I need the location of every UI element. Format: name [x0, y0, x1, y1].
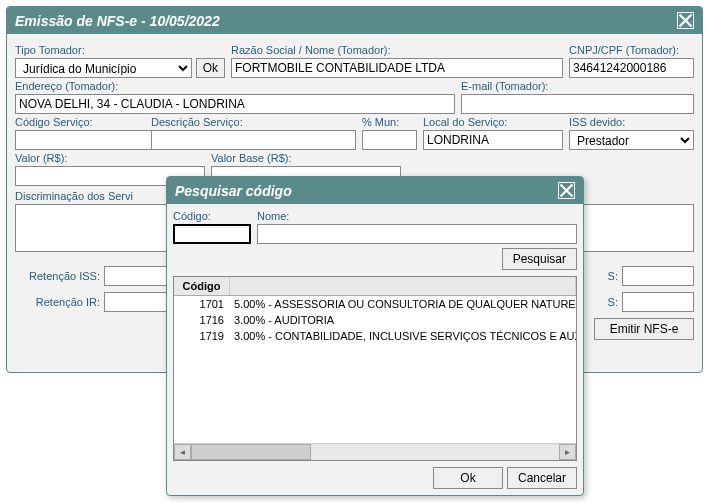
modal-title: Pesquisar código [175, 183, 292, 199]
ok-tomador-button[interactable]: Ok [196, 58, 225, 78]
label-s1: S: [608, 270, 618, 282]
modal-pesquisar-codigo: Pesquisar código Código: Nome: Pesquisar… [166, 176, 584, 496]
s2-input[interactable] [622, 292, 694, 312]
iss-devido-select[interactable]: Prestador [569, 130, 694, 150]
local-servico-input[interactable] [423, 130, 563, 150]
tipo-tomador-select[interactable]: Jurídica do Município [15, 58, 192, 78]
scroll-right-arrow-icon[interactable]: ► [559, 444, 576, 460]
modal-titlebar: Pesquisar código [167, 177, 583, 204]
cell-nome: 3.00% - AUDITORIA [230, 313, 576, 327]
label-codigo-servico: Código Serviço: [15, 116, 145, 128]
table-row[interactable]: 17193.00% - CONTABILIDADE, INCLUSIVE SER… [174, 328, 576, 344]
email-input[interactable] [461, 94, 694, 114]
label-modal-nome: Nome: [257, 210, 577, 222]
cnpj-input[interactable] [569, 58, 694, 78]
cell-nome: 3.00% - CONTABILIDADE, INCLUSIVE SERVIÇO… [230, 329, 576, 343]
modal-ok-button[interactable]: Ok [433, 467, 503, 489]
emitir-nfse-button[interactable]: Emitir NFS-e [594, 318, 694, 340]
main-titlebar: Emissão de NFS-e - 10/05/2022 [7, 7, 702, 34]
label-s2: S: [608, 296, 618, 308]
main-title: Emissão de NFS-e - 10/05/2022 [15, 13, 220, 29]
close-icon[interactable] [677, 12, 694, 29]
descricao-servico-input[interactable] [151, 130, 356, 150]
label-cnpj: CNPJ/CPF (Tomador): [569, 44, 694, 56]
label-razao-social: Razão Social / Nome (Tomador): [231, 44, 563, 56]
modal-body: Código: Nome: Pesquisar Código 17015.00%… [167, 204, 583, 495]
label-modal-codigo: Código: [173, 210, 251, 222]
label-valor: Valor (R$): [15, 152, 205, 164]
horizontal-scrollbar[interactable]: ◄ ► [174, 443, 576, 460]
grid-rows: 17015.00% - ASSESSORIA OU CONSULTORIA DE… [174, 296, 576, 443]
modal-nome-input[interactable] [257, 224, 577, 244]
label-local-servico: Local do Serviço: [423, 116, 563, 128]
label-retencao-iss: Retenção ISS: [15, 270, 100, 282]
modal-cancelar-button[interactable]: Cancelar [507, 467, 577, 489]
grid-header-codigo[interactable]: Código [174, 277, 230, 295]
close-icon[interactable] [558, 182, 575, 199]
label-pct-mun: % Mun: [362, 116, 417, 128]
label-valor-base: Valor Base (R$): [211, 152, 401, 164]
codigo-servico-input[interactable] [15, 130, 173, 150]
result-grid: Código 17015.00% - ASSESSORIA OU CONSULT… [173, 276, 577, 461]
scroll-left-arrow-icon[interactable]: ◄ [174, 444, 191, 460]
label-tipo-tomador: Tipo Tomador: [15, 44, 225, 56]
pesquisar-button[interactable]: Pesquisar [502, 248, 577, 270]
grid-header-nome[interactable] [230, 277, 576, 295]
label-email: E-mail (Tomador): [461, 80, 694, 92]
razao-social-input[interactable] [231, 58, 563, 78]
modal-codigo-input[interactable] [173, 224, 251, 244]
scroll-thumb[interactable] [191, 444, 311, 460]
label-iss-devido: ISS devido: [569, 116, 694, 128]
label-descricao-servico: Descrição Serviço: [151, 116, 356, 128]
scroll-track[interactable] [191, 444, 559, 460]
cell-codigo: 1716 [174, 313, 230, 327]
table-row[interactable]: 17015.00% - ASSESSORIA OU CONSULTORIA DE… [174, 296, 576, 312]
s1-input[interactable] [622, 266, 694, 286]
grid-header: Código [174, 277, 576, 296]
cell-nome: 5.00% - ASSESSORIA OU CONSULTORIA DE QUA… [230, 297, 576, 311]
pct-mun-input[interactable] [362, 130, 417, 150]
label-endereco: Endereço (Tomador): [15, 80, 455, 92]
cell-codigo: 1701 [174, 297, 230, 311]
endereco-input[interactable] [15, 94, 455, 114]
label-retencao-ir: Retenção IR: [15, 296, 100, 308]
cell-codigo: 1719 [174, 329, 230, 343]
table-row[interactable]: 17163.00% - AUDITORIA [174, 312, 576, 328]
